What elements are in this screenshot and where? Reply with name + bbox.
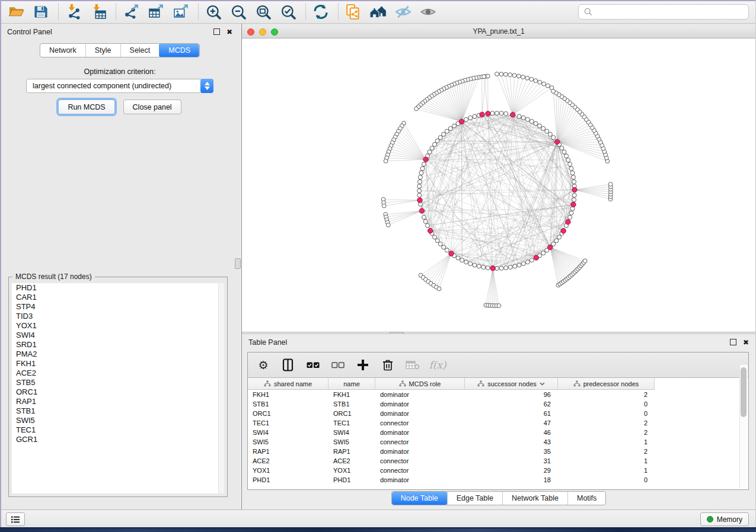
- graph-node[interactable]: [521, 116, 525, 120]
- table-scrollbar-thumb[interactable]: [741, 367, 747, 417]
- table-row[interactable]: ORC1ORC1dominator610: [248, 409, 740, 418]
- result-item[interactable]: CAR1: [12, 293, 224, 302]
- export-network-icon[interactable]: [122, 3, 140, 21]
- graph-hub-node[interactable]: [428, 228, 433, 233]
- graph-node[interactable]: [417, 180, 422, 184]
- graph-node[interactable]: [456, 256, 460, 260]
- graph-leaf-node[interactable]: [546, 84, 550, 88]
- network-window-titlebar[interactable]: YPA_prune.txt_1: [241, 25, 756, 39]
- result-item[interactable]: ACE2: [12, 368, 224, 378]
- graph-node[interactable]: [435, 139, 439, 143]
- tab-edge-table[interactable]: Edge Table: [447, 492, 502, 505]
- result-item[interactable]: PHD1: [12, 283, 224, 293]
- graph-node[interactable]: [428, 150, 432, 154]
- graph-node[interactable]: [473, 114, 477, 118]
- graph-leaf-node[interactable]: [495, 72, 499, 76]
- graph-leaf-node[interactable]: [386, 223, 390, 227]
- graph-leaf-node[interactable]: [534, 79, 538, 83]
- graph-node[interactable]: [490, 111, 495, 116]
- memory-button[interactable]: Memory: [700, 512, 749, 526]
- graph-hub-node[interactable]: [480, 112, 484, 117]
- graph-hub-node[interactable]: [419, 209, 424, 213]
- graph-hub-node[interactable]: [548, 245, 553, 249]
- hide-selected-icon[interactable]: [394, 3, 412, 21]
- graph-hub-node[interactable]: [459, 119, 464, 124]
- tab-network[interactable]: Network: [40, 44, 85, 57]
- graph-node[interactable]: [435, 239, 439, 243]
- graph-node[interactable]: [554, 239, 559, 243]
- graph-leaf-node[interactable]: [497, 304, 501, 308]
- import-network-icon[interactable]: [65, 3, 82, 21]
- graph-node[interactable]: [568, 215, 572, 219]
- graph-node[interactable]: [508, 265, 512, 270]
- graph-node[interactable]: [438, 136, 442, 140]
- tab-motifs[interactable]: Motifs: [567, 492, 605, 505]
- result-item[interactable]: GCR1: [12, 435, 224, 444]
- graph-node[interactable]: [521, 262, 525, 266]
- graph-node[interactable]: [525, 260, 529, 264]
- graph-leaf-node[interactable]: [499, 72, 503, 76]
- graph-node[interactable]: [486, 266, 490, 270]
- tab-mcds[interactable]: MCDS: [159, 44, 199, 57]
- graph-hub-node[interactable]: [554, 139, 559, 144]
- graph-node[interactable]: [570, 171, 575, 175]
- zoom-fit-icon[interactable]: [254, 3, 272, 21]
- close-panel-icon[interactable]: ✖: [743, 339, 749, 346]
- graph-node[interactable]: [499, 266, 503, 270]
- graph-hub-node[interactable]: [561, 228, 566, 233]
- zoom-in-icon[interactable]: [205, 3, 222, 21]
- table-row[interactable]: FKH1FKH1dominator962: [248, 390, 740, 399]
- network-canvas[interactable]: [241, 39, 756, 332]
- graph-node[interactable]: [569, 166, 573, 171]
- graph-node[interactable]: [477, 264, 481, 268]
- deselect-all-icon[interactable]: [331, 358, 345, 372]
- graph-leaf-node[interactable]: [538, 80, 542, 84]
- graph-leaf-node[interactable]: [414, 107, 419, 111]
- graph-node[interactable]: [513, 264, 517, 268]
- graph-node[interactable]: [423, 219, 428, 223]
- graph-hub-node[interactable]: [572, 187, 577, 192]
- optimization-criterion-select[interactable]: largest connected component (undirected): [26, 79, 213, 93]
- graph-node[interactable]: [551, 136, 556, 140]
- graph-node[interactable]: [419, 171, 423, 175]
- graph-node[interactable]: [572, 180, 576, 184]
- graph-node[interactable]: [534, 121, 538, 126]
- graph-node[interactable]: [452, 124, 457, 128]
- graph-node[interactable]: [499, 111, 503, 116]
- graph-node[interactable]: [418, 175, 422, 180]
- graph-node[interactable]: [432, 142, 436, 146]
- close-panel-button[interactable]: Close panel: [123, 100, 181, 114]
- graph-hub-node[interactable]: [566, 219, 570, 224]
- column-header[interactable]: MCDS role: [375, 378, 465, 390]
- table-row[interactable]: YOX1YOX1connector291: [248, 466, 740, 475]
- close-panel-icon[interactable]: ✖: [227, 28, 232, 36]
- graph-leaf-node[interactable]: [482, 75, 486, 79]
- graph-node[interactable]: [422, 162, 426, 166]
- graph-leaf-node[interactable]: [508, 73, 512, 77]
- graph-node[interactable]: [420, 166, 425, 171]
- graph-node[interactable]: [529, 119, 534, 123]
- refresh-icon[interactable]: [312, 3, 330, 21]
- graph-leaf-node[interactable]: [516, 74, 521, 78]
- graph-node[interactable]: [464, 117, 468, 121]
- graph-hub-node[interactable]: [571, 202, 576, 207]
- graph-hub-node[interactable]: [423, 157, 428, 162]
- graph-node[interactable]: [566, 158, 570, 162]
- result-item[interactable]: SWI4: [12, 331, 224, 340]
- select-all-icon[interactable]: [306, 358, 320, 372]
- graph-leaf-node[interactable]: [503, 72, 508, 76]
- result-item[interactable]: RAP1: [12, 397, 224, 406]
- graph-node[interactable]: [548, 132, 552, 136]
- table-row[interactable]: TEC1TEC1connector472: [248, 418, 740, 428]
- graph-leaf-node[interactable]: [542, 82, 546, 86]
- graph-leaf-node[interactable]: [437, 287, 441, 291]
- graph-node[interactable]: [445, 129, 449, 133]
- result-item[interactable]: TID3: [12, 312, 224, 321]
- graph-node[interactable]: [504, 266, 508, 270]
- export-image-icon[interactable]: [172, 3, 190, 21]
- tab-node-table[interactable]: Node Table: [392, 492, 447, 505]
- graph-node[interactable]: [557, 235, 562, 239]
- table-row[interactable]: SWI5SWI5connector431: [248, 437, 740, 447]
- graph-node[interactable]: [537, 124, 541, 128]
- result-list-scrollbar[interactable]: [218, 283, 224, 493]
